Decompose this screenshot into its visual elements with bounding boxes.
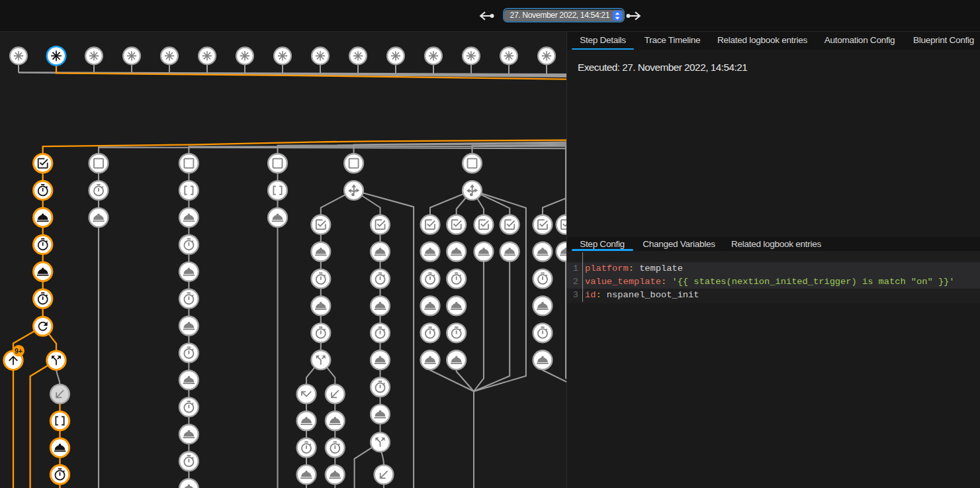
svg-text:9+: 9+ [15, 347, 22, 355]
